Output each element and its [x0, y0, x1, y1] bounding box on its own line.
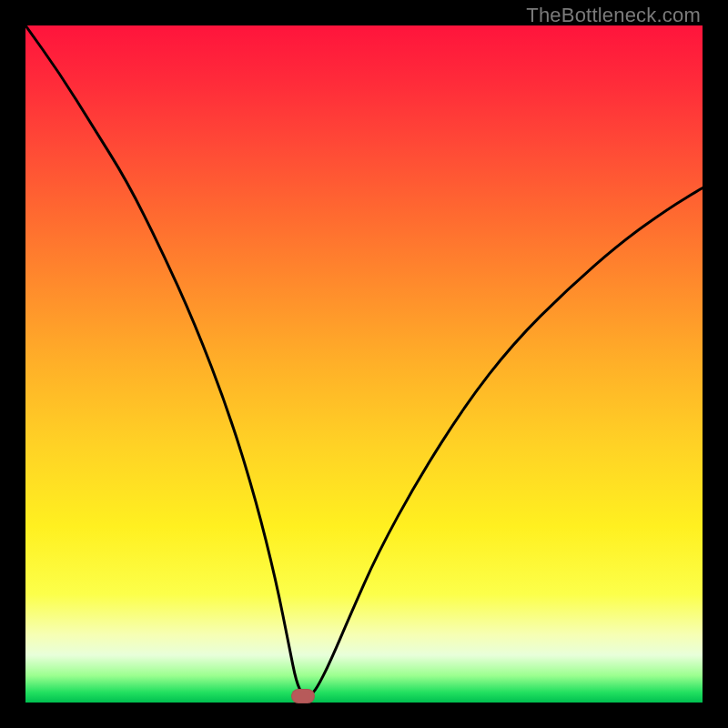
- bottleneck-curve: [25, 25, 703, 703]
- chart-frame: TheBottleneck.com: [0, 0, 728, 728]
- plot-area: [25, 25, 703, 703]
- curve-path: [25, 25, 703, 696]
- optimal-marker: [291, 689, 315, 703]
- watermark-text: TheBottleneck.com: [526, 4, 701, 27]
